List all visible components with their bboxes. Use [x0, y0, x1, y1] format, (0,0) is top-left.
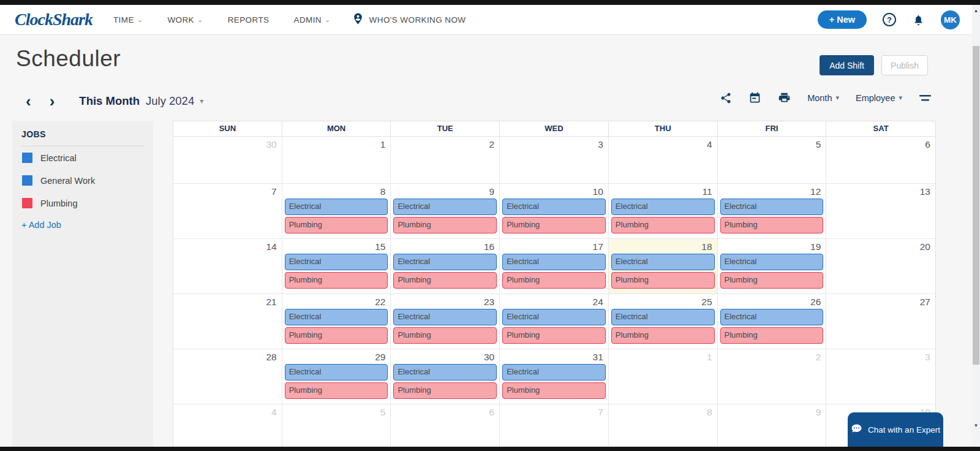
new-button[interactable]: + New: [818, 10, 867, 29]
shift-chip-electrical[interactable]: Electrical: [502, 364, 606, 381]
menu-item-work[interactable]: WORK⌄: [167, 15, 203, 25]
menu-item-time[interactable]: TIME⌄: [113, 15, 143, 25]
shift-chip-plumbing[interactable]: Plumbing: [285, 382, 388, 399]
calendar-day-cell[interactable]: 5: [282, 404, 391, 447]
scroll-down-arrow[interactable]: ▼: [972, 423, 980, 428]
app-logo[interactable]: ClockShark: [15, 10, 92, 29]
calendar-day-cell[interactable]: 31ElectricalPlumbing: [500, 349, 609, 404]
shift-chip-plumbing[interactable]: Plumbing: [502, 217, 606, 233]
calendar-day-cell[interactable]: 11ElectricalPlumbing: [609, 184, 718, 239]
publish-button[interactable]: Publish: [881, 55, 928, 75]
notifications-bell-icon[interactable]: [912, 13, 925, 26]
shift-chip-plumbing[interactable]: Plumbing: [611, 327, 715, 344]
calendar-day-cell[interactable]: 8ElectricalPlumbing: [282, 184, 391, 239]
shift-chip-electrical[interactable]: Electrical: [611, 254, 715, 270]
calendar-day-cell[interactable]: 9ElectricalPlumbing: [391, 184, 500, 239]
calendar-day-cell[interactable]: 23ElectricalPlumbing: [391, 294, 500, 349]
shift-chip-electrical[interactable]: Electrical: [611, 309, 715, 325]
shift-chip-plumbing[interactable]: Plumbing: [611, 217, 715, 233]
shift-chip-plumbing[interactable]: Plumbing: [502, 327, 606, 344]
calendar-day-cell[interactable]: 29ElectricalPlumbing: [282, 349, 391, 404]
calendar-day-cell[interactable]: 8: [609, 404, 718, 447]
calendar-day-cell[interactable]: 1: [282, 137, 391, 184]
calendar-day-cell[interactable]: 6: [391, 404, 500, 447]
shift-chip-plumbing[interactable]: Plumbing: [393, 327, 497, 344]
calendar-day-cell[interactable]: 17ElectricalPlumbing: [500, 239, 609, 294]
job-item[interactable]: General Work: [21, 169, 144, 192]
shift-chip-plumbing[interactable]: Plumbing: [285, 272, 388, 289]
help-icon[interactable]: ?: [883, 13, 896, 26]
calendar-icon[interactable]: [748, 91, 761, 104]
group-by-dropdown[interactable]: Employee ▾: [856, 93, 902, 103]
shift-chip-electrical[interactable]: Electrical: [611, 199, 715, 215]
print-icon[interactable]: [778, 91, 791, 104]
shift-chip-plumbing[interactable]: Plumbing: [502, 272, 606, 289]
menu-item-reports[interactable]: REPORTS: [228, 15, 270, 25]
calendar-day-cell[interactable]: 18ElectricalPlumbing: [609, 239, 718, 294]
share-icon[interactable]: [720, 92, 732, 104]
view-mode-dropdown[interactable]: Month ▾: [807, 93, 839, 103]
next-period-button[interactable]: ›: [50, 92, 55, 110]
calendar-day-cell[interactable]: 30ElectricalPlumbing: [391, 349, 500, 404]
calendar-day-cell[interactable]: 28: [173, 349, 282, 404]
calendar-day-cell[interactable]: 13: [826, 184, 935, 239]
calendar-day-cell[interactable]: 10ElectricalPlumbing: [500, 184, 609, 239]
shift-chip-electrical[interactable]: Electrical: [393, 254, 497, 270]
calendar-day-cell[interactable]: 19ElectricalPlumbing: [718, 239, 827, 294]
shift-chip-plumbing[interactable]: Plumbing: [285, 327, 388, 344]
shift-chip-plumbing[interactable]: Plumbing: [611, 272, 715, 289]
chat-with-expert-button[interactable]: Chat with an Expert: [848, 412, 943, 447]
calendar-day-cell[interactable]: 4: [609, 137, 718, 184]
shift-chip-plumbing[interactable]: Plumbing: [502, 382, 606, 399]
shift-chip-electrical[interactable]: Electrical: [393, 199, 497, 215]
calendar-day-cell[interactable]: 16ElectricalPlumbing: [391, 239, 500, 294]
calendar-day-cell[interactable]: 21: [173, 294, 282, 349]
shift-chip-plumbing[interactable]: Plumbing: [393, 272, 497, 289]
calendar-day-cell[interactable]: 26ElectricalPlumbing: [718, 294, 827, 349]
calendar-day-cell[interactable]: 27: [826, 294, 935, 349]
shift-chip-plumbing[interactable]: Plumbing: [720, 272, 824, 289]
chevron-down-icon[interactable]: ▾: [200, 97, 203, 105]
calendar-day-cell[interactable]: 4: [173, 404, 282, 447]
calendar-day-cell[interactable]: 3: [500, 137, 609, 184]
calendar-day-cell[interactable]: 14: [173, 239, 282, 294]
shift-chip-electrical[interactable]: Electrical: [393, 364, 497, 381]
add-shift-button[interactable]: Add Shift: [820, 55, 874, 75]
shift-chip-electrical[interactable]: Electrical: [720, 309, 824, 325]
shift-chip-electrical[interactable]: Electrical: [502, 309, 606, 325]
shift-chip-plumbing[interactable]: Plumbing: [393, 217, 497, 233]
shift-chip-electrical[interactable]: Electrical: [285, 364, 388, 381]
calendar-day-cell[interactable]: 22ElectricalPlumbing: [282, 294, 391, 349]
job-item[interactable]: Plumbing: [21, 192, 144, 214]
calendar-day-cell[interactable]: 20: [826, 239, 935, 294]
calendar-day-cell[interactable]: 3: [826, 349, 935, 404]
shift-chip-electrical[interactable]: Electrical: [393, 309, 497, 325]
calendar-day-cell[interactable]: 7: [173, 184, 282, 239]
calendar-day-cell[interactable]: 5: [718, 137, 827, 184]
scrollbar-thumb[interactable]: [973, 46, 979, 365]
calendar-day-cell[interactable]: 2: [391, 137, 500, 184]
shift-chip-plumbing[interactable]: Plumbing: [720, 327, 824, 344]
calendar-day-cell[interactable]: 1: [609, 349, 718, 404]
whos-working-now-button[interactable]: WHO'S WORKING NOW: [352, 12, 466, 27]
shift-chip-plumbing[interactable]: Plumbing: [720, 217, 824, 233]
calendar-day-cell[interactable]: 7: [500, 404, 609, 447]
period-dropdown[interactable]: July 2024: [146, 94, 194, 108]
filter-icon[interactable]: [919, 94, 932, 102]
calendar-day-cell[interactable]: 12ElectricalPlumbing: [718, 184, 827, 239]
calendar-day-cell[interactable]: 6: [826, 137, 935, 184]
job-item[interactable]: Electrical: [21, 146, 144, 169]
calendar-day-cell[interactable]: 25ElectricalPlumbing: [609, 294, 718, 349]
shift-chip-plumbing[interactable]: Plumbing: [393, 382, 497, 399]
calendar-day-cell[interactable]: 24ElectricalPlumbing: [500, 294, 609, 349]
scroll-up-arrow[interactable]: ▲: [972, 8, 980, 13]
shift-chip-electrical[interactable]: Electrical: [720, 254, 824, 270]
calendar-day-cell[interactable]: 9: [718, 404, 827, 447]
shift-chip-plumbing[interactable]: Plumbing: [285, 217, 388, 233]
range-label[interactable]: This Month: [79, 94, 140, 108]
prev-period-button[interactable]: ‹: [26, 92, 31, 110]
shift-chip-electrical[interactable]: Electrical: [720, 199, 824, 215]
menu-item-admin[interactable]: ADMIN⌄: [293, 15, 330, 25]
shift-chip-electrical[interactable]: Electrical: [285, 254, 388, 270]
shift-chip-electrical[interactable]: Electrical: [502, 199, 606, 215]
